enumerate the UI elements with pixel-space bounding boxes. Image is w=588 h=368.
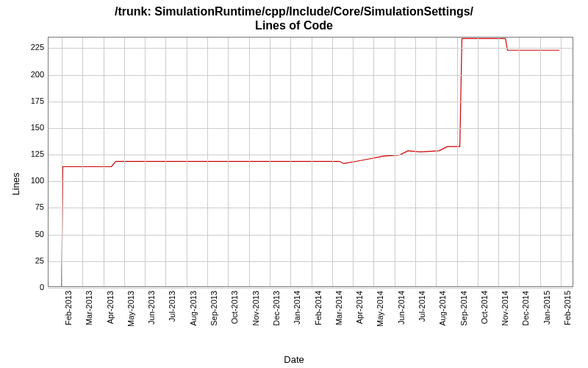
x-tick-label: Apr-2013 xyxy=(106,291,115,324)
x-tick-label: Feb-2015 xyxy=(563,291,572,325)
y-tick-label: 225 xyxy=(4,43,44,52)
gridline-v xyxy=(104,38,104,286)
x-tick-label: Aug-2014 xyxy=(438,291,447,326)
x-axis-label: Date xyxy=(0,354,588,365)
gridline-v xyxy=(332,38,333,286)
gridline-v xyxy=(519,38,520,286)
gridline-h xyxy=(49,235,573,236)
x-tick-label: Feb-2013 xyxy=(64,291,73,325)
plot-area xyxy=(48,37,573,287)
gridline-h xyxy=(49,102,573,102)
gridline-h xyxy=(49,261,573,262)
series-line xyxy=(62,38,559,286)
gridline-v xyxy=(249,38,250,286)
gridline-v xyxy=(498,38,499,286)
gridline-v xyxy=(290,38,291,286)
x-tick-label: Nov-2013 xyxy=(251,291,260,326)
gridline-v xyxy=(165,38,166,286)
x-tick-label: Dec-2014 xyxy=(521,291,530,326)
x-tick-label: Nov-2014 xyxy=(501,291,509,326)
x-tick-label: Jul-2014 xyxy=(417,291,426,322)
y-tick-label: 0 xyxy=(4,283,44,291)
gridline-h xyxy=(49,208,573,208)
gridline-h xyxy=(49,181,573,182)
gridline-v xyxy=(62,38,62,286)
x-tick-label: Mar-2014 xyxy=(334,291,343,325)
gridline-v xyxy=(124,38,125,286)
x-tick-label: May-2014 xyxy=(376,291,384,327)
x-tick-label: Jul-2013 xyxy=(168,291,176,322)
y-tick-label: 125 xyxy=(4,149,44,158)
y-tick-label: 200 xyxy=(4,70,44,79)
gridline-v xyxy=(312,38,312,286)
gridline-h xyxy=(49,288,573,289)
y-tick-label: 50 xyxy=(4,230,44,238)
gridline-h xyxy=(49,128,573,129)
y-tick-label: 175 xyxy=(4,96,44,105)
x-tick-label: Sep-2014 xyxy=(459,291,468,326)
gridline-h xyxy=(49,48,573,49)
x-tick-label: Oct-2014 xyxy=(480,291,489,324)
x-tick-label: Mar-2013 xyxy=(85,291,93,325)
gridline-v xyxy=(373,38,374,286)
x-tick-label: Jan-2015 xyxy=(542,291,551,325)
x-tick-label: Jun-2013 xyxy=(147,291,156,325)
gridline-v xyxy=(415,38,416,286)
gridline-v xyxy=(187,38,187,286)
x-tick-label: Feb-2014 xyxy=(314,291,323,325)
y-tick-label: 25 xyxy=(4,256,44,265)
x-tick-label: Dec-2013 xyxy=(272,291,281,326)
x-tick-label: Apr-2014 xyxy=(355,291,364,324)
gridline-h xyxy=(49,155,573,155)
gridline-v xyxy=(436,38,437,286)
x-tick-label: Jun-2014 xyxy=(397,291,406,325)
gridline-v xyxy=(207,38,208,286)
chart-container: /trunk: SimulationRuntime/cpp/Include/Co… xyxy=(0,0,588,368)
gridline-v xyxy=(270,38,270,286)
x-tick-label: Aug-2013 xyxy=(189,291,198,326)
x-tick-label: May-2013 xyxy=(126,291,135,327)
chart-title: /trunk: SimulationRuntime/cpp/Include/Co… xyxy=(0,4,588,32)
gridline-v xyxy=(145,38,146,286)
x-tick-label: Jan-2014 xyxy=(293,291,301,325)
gridline-v xyxy=(82,38,83,286)
gridline-v xyxy=(561,38,562,286)
gridline-v xyxy=(228,38,229,286)
gridline-h xyxy=(49,75,573,76)
gridline-v xyxy=(353,38,354,286)
x-tick-label: Sep-2013 xyxy=(209,291,218,326)
gridline-v xyxy=(395,38,395,286)
gridline-v xyxy=(457,38,458,286)
gridline-v xyxy=(540,38,541,286)
gridline-v xyxy=(478,38,478,286)
title-line-1: /trunk: SimulationRuntime/cpp/Include/Co… xyxy=(115,5,473,18)
x-tick-label: Oct-2013 xyxy=(230,291,239,324)
y-tick-label: 75 xyxy=(4,202,44,211)
y-tick-label: 100 xyxy=(4,176,44,185)
y-tick-label: 150 xyxy=(4,123,44,132)
title-line-2: Lines of Code xyxy=(255,19,333,32)
